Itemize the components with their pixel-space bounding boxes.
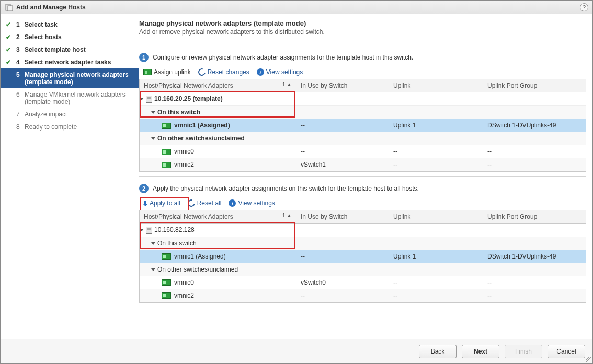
- expand-icon[interactable]: [140, 229, 144, 231]
- reset-changes-button[interactable]: Reset changes: [198, 68, 249, 76]
- table-row-group[interactable]: On other switches/unclaimed: [140, 132, 586, 145]
- step-analyze-impact: 7 Analyze impact: [1, 108, 139, 121]
- window-title: Add and Manage Hosts: [16, 4, 86, 11]
- sort-indicator: 1 ▲: [282, 213, 292, 218]
- toolbar-2: Apply to all Reset all i View settings: [139, 197, 586, 210]
- titlebar: Add and Manage Hosts ?: [1, 1, 592, 14]
- help-icon[interactable]: ?: [580, 3, 588, 11]
- dialog-footer: Back Next Finish Cancel: [1, 339, 592, 363]
- section-apply: 2 Apply the physical network adapter ass…: [139, 182, 586, 303]
- sort-indicator: 1 ▲: [282, 81, 292, 87]
- col-host-adapters[interactable]: Host/Physical Network Adapters 1 ▲: [140, 79, 297, 92]
- finish-button: Finish: [505, 345, 542, 358]
- cancel-button[interactable]: Cancel: [548, 345, 585, 358]
- view-settings-button[interactable]: i View settings: [257, 68, 303, 76]
- assign-uplink-button[interactable]: Assign uplink: [143, 68, 191, 76]
- step-manage-vmkernel-adapters: 6 Manage VMkernel network adapters (temp…: [1, 88, 139, 108]
- expand-icon[interactable]: [140, 98, 144, 100]
- info-icon: i: [229, 199, 236, 207]
- table-row-host[interactable]: 10.160.20.25 (template): [140, 92, 586, 106]
- nic-icon: [162, 292, 171, 299]
- undo-icon: [197, 67, 207, 77]
- nic-icon: [162, 149, 171, 155]
- nic-icon: [162, 123, 171, 129]
- expand-icon[interactable]: [151, 137, 155, 140]
- table-row-vmnic0[interactable]: vmnic0 vSwitch0 -- --: [140, 276, 586, 289]
- expand-icon[interactable]: [151, 242, 155, 245]
- step-select-task[interactable]: ✔ 1 Select task: [1, 18, 139, 31]
- next-button[interactable]: Next: [462, 345, 499, 358]
- divider: [139, 45, 586, 45]
- dialog-add-manage-hosts: Add and Manage Hosts ? ✔ 1 Select task ✔…: [0, 0, 593, 364]
- col-host-adapters[interactable]: Host/Physical Network Adapters 1 ▲: [140, 210, 297, 223]
- reset-all-button[interactable]: Reset all: [188, 199, 222, 207]
- check-icon: ✔: [6, 21, 13, 28]
- step-ready-to-complete: 8 Ready to complete: [1, 121, 139, 133]
- table-row-vmnic2[interactable]: vmnic2 vSwitch1 -- --: [140, 158, 586, 171]
- check-icon: ✔: [6, 33, 13, 41]
- wizard-steps: ✔ 1 Select task ✔ 2 Select hosts ✔ 3 Sel…: [1, 14, 139, 339]
- host-icon: [146, 227, 152, 234]
- info-icon: i: [257, 68, 264, 76]
- apply-icon: [143, 201, 147, 205]
- nic-icon: [162, 162, 171, 168]
- step-select-template-host[interactable]: ✔ 3 Select template host: [1, 43, 139, 56]
- table-row-group[interactable]: On this switch: [140, 106, 586, 119]
- col-uplink-port-group[interactable]: Uplink Port Group: [483, 79, 586, 92]
- divider: [139, 176, 586, 177]
- step-select-hosts[interactable]: ✔ 2 Select hosts: [1, 31, 139, 43]
- apply-to-all-button[interactable]: Apply to all: [143, 199, 180, 207]
- table-row-vmnic1[interactable]: vmnic1 (Assigned) -- Uplink 1 DSwitch 1-…: [140, 250, 586, 263]
- section2-text: Apply the physical network adapter assig…: [153, 185, 419, 192]
- col-in-use[interactable]: In Use by Switch: [297, 79, 389, 92]
- main-panel: Manage physical network adapters (templa…: [139, 14, 592, 339]
- nic-icon: [162, 279, 171, 286]
- page-heading: Manage physical network adapters (templa…: [139, 19, 586, 27]
- check-icon: ✔: [6, 46, 13, 53]
- back-button[interactable]: Back: [419, 345, 457, 358]
- grid-template-host[interactable]: Host/Physical Network Adapters 1 ▲ In Us…: [139, 79, 586, 172]
- col-uplink[interactable]: Uplink: [389, 79, 483, 92]
- table-row-vmnic0[interactable]: vmnic0 -- -- --: [140, 145, 586, 158]
- step-select-adapter-tasks[interactable]: ✔ 4 Select network adapter tasks: [1, 56, 139, 68]
- svg-rect-1: [8, 6, 13, 11]
- table-row-vmnic1[interactable]: vmnic1 (Assigned) -- Uplink 1 DSwitch 1-…: [140, 119, 586, 132]
- view-settings-button-2[interactable]: i View settings: [229, 199, 275, 207]
- resize-grip[interactable]: [586, 357, 591, 362]
- col-in-use[interactable]: In Use by Switch: [297, 210, 389, 223]
- grid-header[interactable]: Host/Physical Network Adapters 1 ▲ In Us…: [140, 79, 586, 92]
- hosts-icon: [5, 3, 13, 11]
- step-manage-physical-adapters[interactable]: ✔ 5 Manage physical network adapters (te…: [1, 68, 139, 88]
- table-row-vmnic2[interactable]: vmnic2 -- -- --: [140, 289, 586, 302]
- toolbar-1: Assign uplink Reset changes i View setti…: [139, 66, 586, 79]
- expand-icon[interactable]: [151, 268, 155, 271]
- col-uplink[interactable]: Uplink: [389, 210, 483, 223]
- grid-all-hosts[interactable]: Host/Physical Network Adapters 1 ▲ In Us…: [139, 210, 586, 303]
- table-row-group[interactable]: On this switch: [140, 237, 586, 250]
- undo-icon: [186, 198, 196, 208]
- table-row-group[interactable]: On other switches/unclaimed: [140, 263, 586, 276]
- dialog-body: ✔ 1 Select task ✔ 2 Select hosts ✔ 3 Sel…: [1, 14, 592, 339]
- grid-header[interactable]: Host/Physical Network Adapters 1 ▲ In Us…: [140, 210, 586, 224]
- section1-text: Configure or review physical network ada…: [153, 54, 413, 61]
- host-icon: [146, 96, 152, 103]
- section-configure: 1 Configure or review physical network a…: [139, 51, 586, 172]
- col-uplink-port-group[interactable]: Uplink Port Group: [483, 210, 586, 223]
- step-badge-1: 1: [139, 53, 149, 62]
- nic-icon: [143, 69, 152, 75]
- table-row-host[interactable]: 10.160.82.128: [140, 224, 586, 237]
- expand-icon[interactable]: [151, 111, 155, 114]
- check-icon: ✔: [6, 58, 13, 66]
- step-badge-2: 2: [139, 184, 149, 193]
- nic-icon: [162, 253, 171, 260]
- page-subtitle: Add or remove physical network adapters …: [139, 28, 586, 36]
